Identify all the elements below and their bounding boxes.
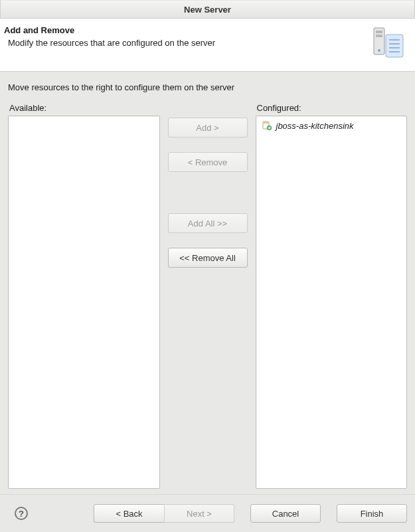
add-all-button: Add All >> [168,213,248,233]
remove-button: < Remove [168,152,248,172]
svg-rect-4 [386,35,403,57]
remove-all-button[interactable]: << Remove All [168,248,248,268]
svg-rect-2 [376,35,382,37]
list-item-label: jboss-as-kitchensink [276,121,354,131]
wizard-banner: Add and Remove Modify the resources that… [0,19,415,72]
svg-point-3 [378,49,380,52]
wizard-bottom-bar: ? < Back Next > Cancel Finish [0,494,415,532]
window-title: New Server [184,5,231,15]
available-column: Available: [8,103,160,489]
configured-list[interactable]: jboss-as-kitchensink [256,116,408,489]
banner-text: Add and Remove Modify the resources that… [4,25,365,48]
configured-label: Configured: [257,103,408,113]
finish-button[interactable]: Finish [337,504,407,523]
back-next-group: < Back Next > [94,504,234,523]
configured-column: Configured: jboss-as-kitchensink [256,103,408,489]
server-config-icon [371,25,406,62]
svg-rect-10 [264,122,268,124]
svg-rect-1 [376,31,382,33]
back-button[interactable]: < Back [94,504,164,523]
banner-title: Add and Remove [4,25,365,35]
titlebar: New Server [0,0,415,19]
help-icon[interactable]: ? [15,507,28,520]
add-button: Add > [168,118,248,137]
transfer-columns: Available: Add > < Remove Add All >> << … [8,103,407,489]
banner-subtitle: Modify the resources that are configured… [8,38,365,48]
available-label: Available: [9,103,160,113]
cancel-button[interactable]: Cancel [250,504,321,523]
next-button: Next > [164,504,234,523]
wizard-content: Move resources to the right to configure… [0,72,415,494]
instruction-text: Move resources to the right to configure… [8,82,407,92]
module-icon [262,120,272,131]
list-item[interactable]: jboss-as-kitchensink [260,119,403,132]
available-list[interactable] [8,116,160,489]
transfer-buttons: Add > < Remove Add All >> << Remove All [168,103,248,489]
